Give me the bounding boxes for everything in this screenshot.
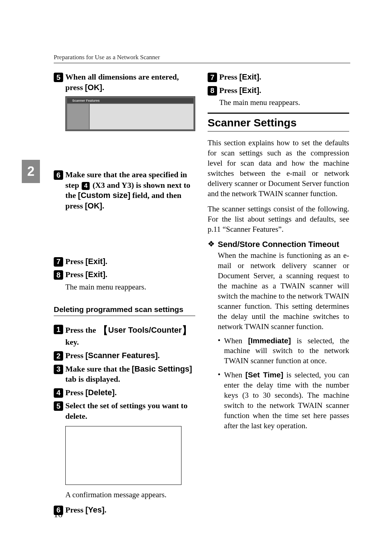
step-8: 8 Press [Exit].: [54, 270, 195, 280]
step-5: 5 When all dimensions are entered, press…: [54, 72, 195, 93]
delete-step-4: 4 Press [Delete].: [54, 388, 195, 398]
step-text: Make sure that the: [65, 364, 132, 373]
timeout-title: Send/Store Connection Timeout: [218, 240, 339, 249]
delete-step-5: 5 Select the set of settings you want to…: [54, 401, 195, 421]
step-body-text: The main menu reappears.: [219, 98, 349, 108]
step-text: Select the set of settings you want to d…: [65, 401, 195, 421]
li-text: is selected, you can enter the delay tim…: [224, 370, 349, 430]
step-text-tail: .: [158, 351, 160, 360]
delete-button-label: [Delete]: [85, 388, 115, 397]
exit-button-label: [Exit]: [239, 72, 259, 81]
step-text: Press: [219, 72, 239, 81]
yes-button-label: [Yes]: [85, 505, 105, 514]
section-heading-rule: Scanner Settings: [208, 113, 349, 131]
step-number-icon: 2: [54, 351, 63, 361]
deleting-subheading: Deleting programmed scan settings: [54, 305, 195, 316]
ok-button-label: [OK]: [85, 83, 102, 92]
running-header: Preparations for Use as a Network Scanne…: [54, 54, 350, 63]
step-number-icon: 5: [54, 401, 63, 411]
custom-size-label: [Custom size]: [78, 191, 130, 200]
step-number-icon: 8: [208, 86, 217, 96]
delete-step-2: 2 Press [Scanner Features].: [54, 351, 195, 361]
step-6: 6 Make sure that the area specified in s…: [54, 170, 195, 211]
right-step-7: 7 Press [Exit].: [208, 72, 349, 82]
step-text: Press: [65, 257, 85, 266]
diamond-bullet-icon: ❖: [208, 240, 215, 248]
step-7: 7 Press [Exit].: [54, 256, 195, 267]
key-bracket-left-icon: 【: [98, 325, 108, 336]
step-number-icon: 3: [54, 365, 63, 374]
chapter-number: 2: [27, 164, 34, 179]
step-text-tail: .: [102, 201, 105, 210]
timeout-options-list: • When [Immediate] is selected, the mach…: [218, 336, 349, 431]
user-tools-counter-key-label: User Tools/Counter: [108, 325, 182, 335]
step-text: Press: [65, 388, 85, 397]
li-text: When: [224, 370, 245, 379]
step-text: Press: [219, 86, 239, 95]
scanner-features-screenshot: Scanner Features: [65, 96, 195, 131]
exit-button-label: [Exit]: [85, 270, 105, 279]
ok-button-label: [OK]: [85, 201, 102, 210]
timeout-bullet-heading: ❖ Send/Store Connection Timeout: [208, 240, 349, 249]
chapter-side-tab: 2: [22, 160, 40, 183]
right-step-8: 8 Press [Exit].: [208, 85, 349, 96]
exit-button-label: [Exit]: [85, 257, 105, 266]
set-time-label: [Set Time]: [245, 370, 283, 379]
empty-illustration-box: [65, 426, 181, 485]
step-number-icon: 6: [54, 170, 63, 180]
step-text-tail: tab is displayed.: [65, 374, 120, 384]
step-number-icon: 8: [54, 270, 63, 280]
step-number-icon: 7: [54, 257, 63, 267]
immediate-label: [Immediate]: [248, 336, 291, 345]
step-text-tail: key.: [65, 337, 79, 347]
bullet-dot-icon: •: [218, 370, 220, 380]
delete-step-1: 1 Press the 【User Tools/Counter】 key.: [54, 324, 195, 348]
step-text-tail: .: [105, 505, 107, 514]
bullet-dot-icon: •: [218, 336, 220, 346]
step-number-icon: 1: [54, 325, 63, 334]
list-item: • When [Immediate] is selected, the mach…: [218, 336, 349, 366]
li-text: When: [224, 336, 248, 345]
exit-button-label: [Exit]: [239, 86, 259, 95]
step-text-tail: .: [259, 72, 261, 81]
step-body-text: The main menu reappears.: [65, 282, 195, 292]
step-text-tail: .: [102, 83, 105, 92]
basic-settings-label: [Basic Settings]: [132, 364, 192, 373]
intro-paragraph-2: The scanner settings consist of the foll…: [208, 204, 349, 235]
step-text-tail: .: [259, 86, 261, 95]
scanner-settings-heading: Scanner Settings: [208, 117, 349, 129]
step-number-icon: 4: [54, 388, 63, 398]
step-number-icon: 5: [54, 73, 63, 82]
delete-step-3: 3 Make sure that the [Basic Settings] ta…: [54, 364, 195, 385]
step-number-icon: 7: [208, 73, 217, 82]
step-text: Press: [65, 505, 85, 514]
step-text: When all dimensions are entered, press: [65, 72, 179, 92]
right-column: 7 Press [Exit]. 8 Press [Exit]. The main…: [208, 72, 349, 518]
scanner-features-label: [Scanner Features]: [85, 351, 158, 360]
list-item: • When [Set Time] is selected, you can e…: [218, 370, 349, 431]
step-text-tail: .: [105, 270, 107, 279]
intro-paragraph-1: This section explains how to set the def…: [208, 138, 349, 199]
timeout-description: When the machine is functioning as an e-…: [218, 251, 349, 332]
page-number: 16: [54, 510, 62, 519]
step-text: Press: [65, 270, 85, 279]
step-text-tail: .: [115, 388, 117, 397]
step-text: Press the: [65, 325, 98, 335]
screenshot-titlebar: Scanner Features: [67, 98, 193, 103]
delete-step-6: 6 Press [Yes].: [54, 505, 195, 515]
step-text: Press: [65, 351, 85, 360]
inline-step-ref-icon: 4: [82, 182, 90, 190]
left-column: 5 When all dimensions are entered, press…: [54, 72, 195, 518]
step-body-text: A confirmation message appears.: [65, 490, 195, 500]
step-text-tail: .: [105, 257, 107, 266]
key-bracket-right-icon: 】: [182, 325, 192, 336]
